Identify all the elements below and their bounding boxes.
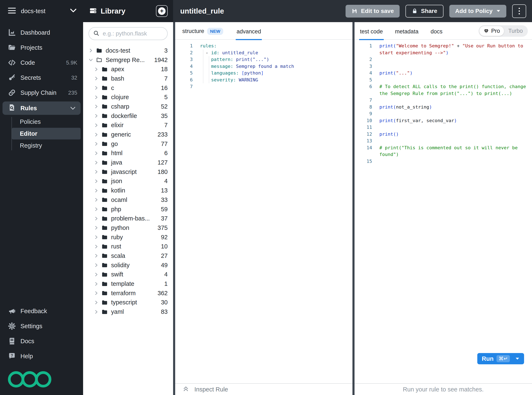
hamburger-menu-icon[interactable] [8, 8, 16, 14]
code-line[interactable]: 14# print("This is commented out so it w… [355, 144, 532, 158]
tree-item-kotlin[interactable]: kotlin13 [83, 186, 173, 195]
sidebar-item-help[interactable]: ? Help [0, 349, 83, 364]
chevron-right-icon[interactable] [94, 142, 99, 146]
sidebar-item-supply-chain[interactable]: Supply Chain 235 [0, 85, 83, 100]
sidebar-item-editor[interactable]: Editor [12, 128, 81, 139]
chevron-right-icon[interactable] [94, 253, 99, 258]
tree-item-solidity[interactable]: solidity49 [83, 261, 173, 270]
share-button[interactable]: Share [406, 5, 444, 17]
chevron-right-icon[interactable] [94, 104, 99, 109]
tab-structure[interactable]: structure NEW [181, 28, 224, 40]
tree-item-dockerfile[interactable]: dockerfile35 [83, 111, 173, 121]
code-line[interactable]: 11 [355, 124, 532, 131]
code-line[interactable]: 13 [355, 137, 532, 144]
tree-item-python[interactable]: python375 [83, 223, 173, 233]
yaml-editor[interactable]: 1rules:2 - id: untitled_rule3 pattern: p… [175, 40, 352, 383]
chevron-right-icon[interactable] [94, 263, 99, 268]
chevron-down-icon[interactable] [70, 105, 76, 112]
code-line[interactable]: 6 severity: WARNING [175, 77, 352, 83]
sidebar-item-settings[interactable]: Settings [0, 318, 83, 334]
run-button[interactable]: Run ⌘↵ [477, 353, 524, 364]
pane-divider[interactable] [173, 22, 175, 395]
chevron-right-icon[interactable] [94, 67, 99, 71]
chevron-right-icon[interactable] [94, 235, 99, 240]
sidebar-item-registry[interactable]: Registry [0, 140, 83, 151]
double-chevron-up-icon[interactable] [183, 386, 189, 393]
code-line[interactable]: 9 [355, 110, 532, 117]
tree-item-csharp[interactable]: csharp52 [83, 102, 173, 111]
engine-pro-option[interactable]: Pro [479, 26, 504, 36]
new-rule-button[interactable]: + [156, 5, 168, 17]
code-line[interactable]: 4 message: Semgrep found a match [175, 63, 352, 70]
pane-divider[interactable] [352, 22, 355, 395]
chevron-down-icon[interactable] [88, 58, 93, 62]
tree-item-c[interactable]: c16 [83, 83, 173, 93]
tab-docs[interactable]: docs [430, 28, 443, 40]
tree-item-apex[interactable]: apex18 [83, 65, 173, 74]
sidebar-item-policies[interactable]: Policies [0, 116, 83, 127]
chevron-right-icon[interactable] [94, 216, 99, 221]
code-line[interactable]: 8print(not_a_string) [355, 104, 532, 111]
code-line[interactable]: 2 [355, 56, 532, 63]
org-switcher[interactable]: docs-test [0, 0, 83, 22]
sidebar-item-feedback[interactable]: Feedback [0, 304, 83, 318]
run-caret-icon[interactable] [515, 357, 520, 360]
tab-test-code[interactable]: test code [359, 28, 384, 40]
more-options-button[interactable] [512, 4, 526, 18]
chevron-right-icon[interactable] [94, 170, 99, 174]
chevron-right-icon[interactable] [94, 95, 99, 99]
tree-item-yaml[interactable]: yaml83 [83, 307, 173, 317]
chevron-right-icon[interactable] [94, 207, 99, 212]
chevron-right-icon[interactable] [94, 132, 99, 137]
code-line[interactable]: 3 pattern: print("...") [175, 56, 352, 63]
tree-item-typescript[interactable]: typescript30 [83, 298, 173, 307]
chevron-right-icon[interactable] [94, 272, 99, 277]
code-line[interactable]: 10print(first_var, second_var) [355, 117, 532, 124]
edit-to-save-button[interactable]: Edit to save [346, 5, 400, 17]
inspect-rule-bar[interactable]: Inspect Rule [175, 383, 352, 395]
tree-item-javascript[interactable]: javascript180 [83, 167, 173, 177]
code-line[interactable]: 5 languages: [python] [175, 70, 352, 77]
chevron-right-icon[interactable] [94, 300, 99, 305]
tree-item-rust[interactable]: rust10 [83, 242, 173, 251]
code-line[interactable]: 7 [355, 97, 532, 104]
tree-item-swift[interactable]: swift4 [83, 270, 173, 279]
chevron-right-icon[interactable] [94, 225, 99, 230]
tree-item-terraform[interactable]: terraform362 [83, 289, 173, 298]
chevron-right-icon[interactable] [94, 198, 99, 202]
tree-item-ruby[interactable]: ruby92 [83, 233, 173, 242]
code-line[interactable]: 12print() [355, 131, 532, 138]
tree-item-clojure[interactable]: clojure5 [83, 93, 173, 102]
chevron-right-icon[interactable] [94, 310, 99, 314]
tree-item-ocaml[interactable]: ocaml33 [83, 195, 173, 205]
tree-item-html[interactable]: html6 [83, 149, 173, 158]
chevron-right-icon[interactable] [94, 160, 99, 165]
chevron-right-icon[interactable] [94, 244, 99, 249]
chevron-right-icon[interactable] [94, 151, 99, 155]
engine-toggle[interactable]: Pro Turbo [478, 25, 528, 37]
chevron-right-icon[interactable] [94, 179, 99, 183]
chevron-down-icon[interactable] [70, 8, 77, 14]
tree-item-go[interactable]: go77 [83, 139, 173, 149]
code-line[interactable]: 3 [355, 63, 532, 70]
code-line[interactable]: 5 [355, 77, 532, 83]
chevron-right-icon[interactable] [94, 114, 99, 118]
tree-item-template[interactable]: template1 [83, 279, 173, 289]
sidebar-item-code[interactable]: Code 5.9K [0, 55, 83, 70]
code-line[interactable]: 2 - id: untitled_rule [175, 49, 352, 56]
chevron-right-icon[interactable] [94, 86, 99, 90]
sidebar-item-projects[interactable]: Projects [0, 40, 83, 55]
sidebar-item-docs[interactable]: Docs [0, 334, 83, 349]
tree-item-java[interactable]: java127 [83, 158, 173, 167]
tree-item-generic[interactable]: generic233 [83, 130, 173, 139]
tab-metadata[interactable]: metadata [394, 28, 419, 40]
code-line[interactable]: 4print("...") [355, 70, 532, 77]
tree-item-elixir[interactable]: elixir7 [83, 121, 173, 130]
code-line[interactable]: 6# To detect ALL calls to the print() fu… [355, 83, 532, 97]
tree-item-json[interactable]: json4 [83, 177, 173, 186]
tree-item-php[interactable]: php59 [83, 205, 173, 214]
code-line[interactable]: 15 [355, 158, 532, 165]
chevron-right-icon[interactable] [94, 291, 99, 296]
tree-item-bash[interactable]: bash7 [83, 74, 173, 83]
chevron-right-icon[interactable] [94, 76, 99, 81]
